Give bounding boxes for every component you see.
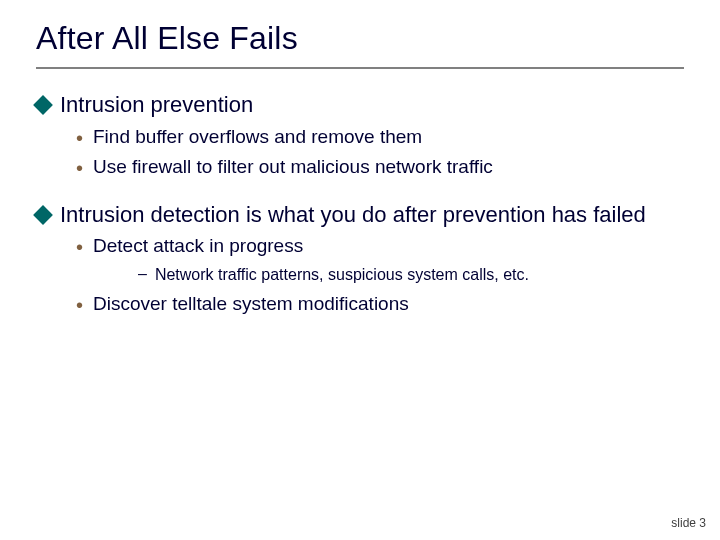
sub-sub-list: – Network traffic patterns, suspicious s… (76, 264, 684, 286)
diamond-bullet-icon (33, 95, 53, 115)
title-rule (36, 67, 684, 69)
sub-text: Use firewall to filter out malicious net… (93, 155, 493, 180)
sub-item: • Find buffer overflows and remove them (76, 125, 684, 151)
sub-text: Discover telltale system modifications (93, 292, 409, 317)
slide-number: slide 3 (671, 516, 706, 530)
slide-title: After All Else Fails (36, 20, 684, 57)
topic-heading: Intrusion prevention (60, 91, 253, 119)
diamond-bullet-icon (33, 205, 53, 225)
sub-text: Detect attack in progress (93, 234, 303, 259)
sub-item: • Use firewall to filter out malicious n… (76, 155, 684, 181)
sub-sub-item: – Network traffic patterns, suspicious s… (138, 264, 684, 286)
sub-text: Find buffer overflows and remove them (93, 125, 422, 150)
sub-sub-text: Network traffic patterns, suspicious sys… (155, 264, 529, 286)
sub-item: • Detect attack in progress (76, 234, 684, 260)
dot-bullet-icon: • (76, 155, 83, 181)
sub-item: • Discover telltale system modifications (76, 292, 684, 318)
sub-list: • Detect attack in progress – Network tr… (36, 234, 684, 318)
topic-row: Intrusion prevention (36, 91, 684, 119)
slide: After All Else Fails Intrusion preventio… (0, 0, 720, 540)
dot-bullet-icon: • (76, 292, 83, 318)
topic-row: Intrusion detection is what you do after… (36, 201, 684, 229)
sub-list: • Find buffer overflows and remove them … (36, 125, 684, 181)
dash-bullet-icon: – (138, 264, 147, 285)
dot-bullet-icon: • (76, 234, 83, 260)
topic-heading: Intrusion detection is what you do after… (60, 201, 646, 229)
dot-bullet-icon: • (76, 125, 83, 151)
